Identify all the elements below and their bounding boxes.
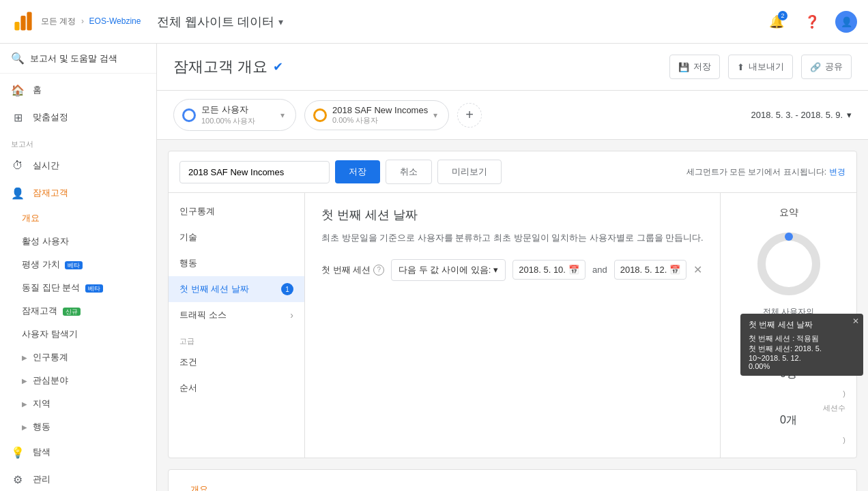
segment-editor: 저장 취소 미리보기 세그먼트가 모든 보기에서 표시됩니다: 변경 인구통계 … [168, 151, 857, 458]
sidebar-item-home[interactable]: 🏠 홈 [0, 76, 156, 104]
search-input[interactable] [30, 53, 145, 63]
sidebar-item-realtime[interactable]: ⏱ 실시간 [0, 152, 156, 179]
chevron-right-icon: ▶ [22, 377, 27, 385]
logo-area: 모든 계정 › EOS-Webzine [11, 10, 141, 34]
change-link[interactable]: 변경 [829, 166, 845, 178]
export-icon: ⬆ [737, 62, 744, 72]
tooltip-close-button[interactable]: ✕ [852, 316, 859, 326]
segment-note: 세그먼트가 모든 보기에서 표시됩니다: 변경 [686, 166, 845, 178]
add-segment-button[interactable]: + [457, 103, 482, 128]
sidebar-item-admin[interactable]: ⚙ 관리 [0, 466, 156, 491]
sidebar-item-custom[interactable]: ⊞ 맞춤설정 [0, 104, 156, 131]
sidebar-expandable-interests[interactable]: ▶ 관심분야 [0, 369, 156, 392]
page-header-actions: 💾 저장 ⬆ 내보내기 🔗 공유 [669, 55, 852, 79]
header-right: 🔔 2 ❓ 👤 [764, 10, 857, 34]
first-session-count-badge: 1 [281, 283, 293, 295]
segment-circle-orange [313, 108, 327, 122]
sidebar-sub-active-users[interactable]: 활성 사용자 [0, 230, 156, 253]
avatar[interactable]: 👤 [835, 11, 857, 33]
summary-sessions-value: 0개 [732, 413, 845, 428]
segment-editor-toolbar: 저장 취소 미리보기 세그먼트가 모든 보기에서 표시됩니다: 변경 [169, 151, 856, 193]
svg-rect-0 [14, 22, 19, 31]
tooltip-title: 첫 번째 세션 날짜 [749, 319, 855, 331]
condition-description: 최초 방문일을 기준으로 사용자를 분류하고 최초 방문일이 일치하는 사용자별… [321, 231, 704, 246]
view-selector[interactable]: 전체 웹사이트 데이터 ▾ [157, 14, 283, 30]
date-range-display[interactable]: 2018. 5. 3. - 2018. 5. 9. ▾ [751, 110, 852, 120]
sidebar-expandable-demographics[interactable]: ▶ 인구통계 [0, 346, 156, 369]
ga-logo [11, 10, 35, 34]
sidebar-sub-cohort[interactable]: 동질 집단 분석 베타 [0, 276, 156, 299]
date-to-input[interactable]: 2018. 5. 12. 📅 [614, 260, 687, 280]
segment-chip-new-incomes[interactable]: 2018 SAF New Incomes 0.00% 사용자 ▾ [304, 100, 449, 130]
editor-preview-button[interactable]: 미리보기 [437, 160, 502, 184]
home-icon: 🏠 [11, 83, 25, 97]
and-label: and [592, 265, 607, 275]
date-from-input[interactable]: 2018. 5. 10. 📅 [512, 260, 585, 280]
segment-circle-blue [182, 108, 196, 122]
segment-chip-all-users[interactable]: 모든 사용자 100.00% 사용자 ▾ [173, 99, 296, 131]
sidebar-expandable-geo[interactable]: ▶ 지역 [0, 392, 156, 415]
editor-cancel-button[interactable]: 취소 [386, 160, 432, 184]
sidebar-item-explore[interactable]: 💡 탐색 [0, 438, 156, 466]
svg-point-3 [762, 237, 816, 291]
new-badge-audience: 신규 [63, 308, 81, 316]
donut-chart [732, 230, 845, 298]
first-session-label: 첫 번째 세션 ? [321, 264, 384, 276]
chevron-right-icon: › [290, 310, 293, 321]
chevron-right-icon: ▶ [22, 400, 27, 408]
chevron-down-icon: ▾ [280, 110, 285, 120]
chevron-down-icon-2: ▾ [433, 110, 437, 120]
page-title: 잠재고객 개요 ✔ [173, 57, 283, 77]
breadcrumb: 모든 계정 › EOS-Webzine [41, 16, 141, 27]
summary-sessions-section: 세션수 0개 [732, 403, 845, 428]
sidebar-sub-lifetime[interactable]: 평생 가치 베타 [0, 253, 156, 276]
seg-nav-traffic[interactable]: 트래픽 소스 › [169, 302, 304, 328]
seg-nav-conditions[interactable]: 조건 [169, 349, 304, 375]
help-button[interactable]: ❓ [800, 10, 824, 34]
sidebar-sub-overview[interactable]: 개요 [0, 207, 156, 230]
sidebar-label-custom: 맞춤설정 [33, 111, 68, 123]
operator-select[interactable]: 다음 두 값 사이에 있음: ▾ [391, 259, 506, 281]
save-button[interactable]: 💾 저장 [669, 55, 720, 79]
export-button[interactable]: ⬆ 내보내기 [728, 55, 793, 79]
tooltip-line2: 첫 번째 세션: 2018. 5. 10~2018. 5. 12. [749, 344, 855, 362]
sidebar-expandable-behavior[interactable]: ▶ 행동 [0, 415, 156, 438]
seg-nav-technology[interactable]: 기술 [169, 224, 304, 250]
summary-title: 요약 [732, 207, 845, 219]
paren-close-2: ) [732, 436, 845, 444]
seg-nav-sequence[interactable]: 순서 [169, 375, 304, 401]
explore-icon: 💡 [11, 445, 25, 459]
sidebar-search-area: 🔍 [0, 44, 156, 74]
tooltip-percent: 0.00% [749, 362, 855, 370]
notification-button[interactable]: 🔔 2 [764, 10, 789, 34]
sidebar-sub-audience-list[interactable]: 잠재고객 신규 [0, 299, 156, 323]
sidebar: 🔍 🏠 홈 ⊞ 맞춤설정 보고서 ⏱ 실시간 👤 잠재고객 개요 활성 사용자 … [0, 44, 157, 491]
condition-row: 첫 번째 세션 ? 다음 두 값 사이에 있음: ▾ 2018. 5. 10. … [321, 259, 704, 281]
chevron-down-icon: ▾ [493, 265, 498, 275]
editor-save-button[interactable]: 저장 [335, 160, 380, 183]
sidebar-sub-user-explorer[interactable]: 사용자 탐색기 [0, 323, 156, 346]
share-button[interactable]: 🔗 공유 [801, 55, 852, 79]
bottom-tabs: 개요 [179, 478, 845, 491]
custom-icon: ⊞ [11, 110, 25, 124]
bottom-section: 개요 사용자 ▾ vs. 측정항목 선택 시간 일 주 월 [168, 469, 857, 491]
tab-overview[interactable]: 개요 [179, 478, 219, 491]
seg-nav-first-session[interactable]: 첫 번째 세션 날짜 1 [169, 276, 304, 302]
advanced-section-label: 고급 [169, 328, 304, 349]
svg-rect-2 [27, 12, 31, 30]
seg-nav-behavior[interactable]: 행동 [169, 250, 304, 276]
calendar-icon-2: 📅 [669, 265, 680, 275]
main-content: 잠재고객 개요 ✔ 💾 저장 ⬆ 내보내기 🔗 공유 [157, 44, 868, 491]
save-icon: 💾 [678, 62, 689, 72]
sidebar-label-audience: 잠재고객 [33, 187, 68, 199]
segment-sub-1: 100.00% 사용자 [201, 116, 275, 126]
chevron-right-icon: ▶ [22, 354, 27, 361]
tooltip-popup: ✕ 첫 번째 세션 날짜 첫 번째 세션 : 적용됨 첫 번째 세션: 2018… [740, 314, 863, 376]
segment-name-input[interactable] [179, 161, 330, 183]
clear-condition-button[interactable]: ✕ [693, 263, 702, 276]
body-layout: 🔍 🏠 홈 ⊞ 맞춤설정 보고서 ⏱ 실시간 👤 잠재고객 개요 활성 사용자 … [0, 44, 868, 491]
help-icon[interactable]: ? [373, 265, 384, 276]
condition-title: 첫 번째 세션 날짜 [321, 207, 704, 223]
seg-nav-demographics[interactable]: 인구통계 [169, 198, 304, 224]
sidebar-item-audience[interactable]: 👤 잠재고객 [0, 179, 156, 207]
